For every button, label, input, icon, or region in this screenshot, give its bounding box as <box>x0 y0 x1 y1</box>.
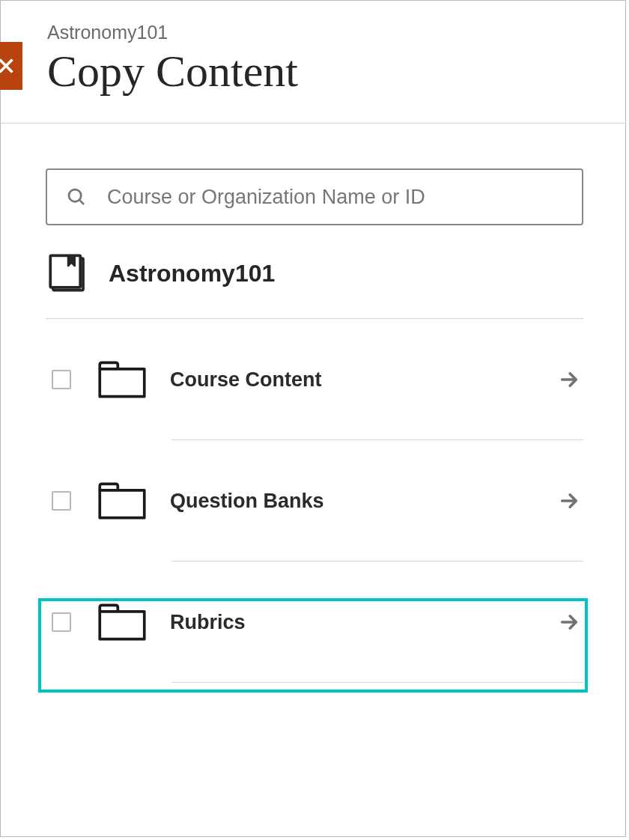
item-label: Course Content <box>170 368 535 392</box>
svg-rect-2 <box>50 255 80 287</box>
search-icon <box>65 186 88 208</box>
content-item-question-banks[interactable]: Question Banks <box>46 440 583 561</box>
close-icon <box>0 53 19 79</box>
item-label: Question Banks <box>170 490 535 513</box>
book-icon <box>46 251 91 296</box>
checkbox[interactable] <box>52 612 71 632</box>
arrow-right-icon <box>559 369 580 390</box>
arrow-right-icon <box>559 490 580 511</box>
search-field[interactable] <box>46 168 583 225</box>
row-divider <box>171 682 583 683</box>
item-label: Rubrics <box>170 611 535 634</box>
course-title: Astronomy101 <box>109 260 275 287</box>
expand-arrow[interactable] <box>558 490 580 511</box>
folder-icon <box>97 600 148 645</box>
expand-arrow[interactable] <box>558 369 580 390</box>
arrow-right-icon <box>559 612 580 633</box>
folder-icon <box>97 357 148 402</box>
course-header: Astronomy101 <box>46 251 583 319</box>
content-item-rubrics[interactable]: Rubrics <box>46 561 583 683</box>
checkbox[interactable] <box>52 370 71 389</box>
close-panel-button[interactable] <box>0 42 22 90</box>
breadcrumb: Astronomy101 <box>47 22 625 43</box>
page-header: Astronomy101 Copy Content <box>1 1 625 123</box>
folder-icon <box>97 478 148 523</box>
search-input[interactable] <box>106 185 564 210</box>
content-item-course-content[interactable]: Course Content <box>46 319 583 440</box>
expand-arrow[interactable] <box>558 612 580 633</box>
page-title: Copy Content <box>47 46 625 96</box>
svg-point-0 <box>69 189 81 201</box>
checkbox[interactable] <box>52 491 71 511</box>
